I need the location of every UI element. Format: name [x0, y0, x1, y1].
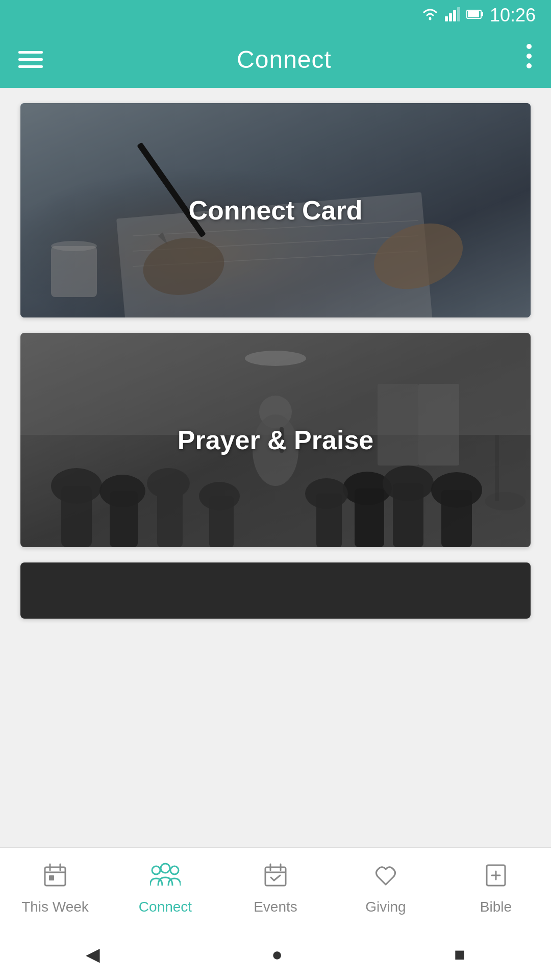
- status-bar: 10:26: [0, 0, 551, 31]
- overflow-menu-icon[interactable]: [525, 43, 533, 76]
- nav-item-connect[interactable]: Connect: [110, 862, 220, 915]
- svg-point-58: [161, 864, 170, 873]
- nav-item-giving[interactable]: Giving: [331, 862, 441, 915]
- svg-point-8: [527, 44, 532, 49]
- prayer-praise-card[interactable]: Prayer & Praise: [20, 333, 531, 547]
- bottom-navigation: This Week Connect: [0, 847, 551, 929]
- this-week-icon: [42, 862, 68, 895]
- status-icons: 10:26: [421, 5, 536, 26]
- connect-nav-label: Connect: [139, 899, 192, 915]
- status-time: 10:26: [490, 5, 536, 26]
- svg-point-0: [429, 17, 431, 20]
- dark-card[interactable]: [20, 562, 531, 619]
- android-nav-bar: ◀ ● ■: [0, 929, 551, 980]
- svg-point-57: [170, 866, 179, 874]
- svg-point-56: [152, 866, 160, 874]
- svg-rect-55: [49, 875, 54, 880]
- app-bar: Connect: [0, 31, 551, 88]
- svg-rect-6: [468, 11, 479, 17]
- wifi-icon: [421, 7, 439, 24]
- svg-rect-2: [449, 13, 452, 21]
- events-icon: [262, 862, 289, 895]
- bible-icon: [483, 862, 509, 895]
- svg-rect-7: [482, 12, 483, 16]
- giving-label: Giving: [365, 899, 406, 915]
- back-button[interactable]: ◀: [86, 944, 100, 965]
- giving-icon: [372, 862, 399, 895]
- recents-button[interactable]: ■: [454, 944, 465, 965]
- svg-point-10: [527, 63, 532, 68]
- this-week-label: This Week: [21, 899, 89, 915]
- connect-nav-icon: [150, 862, 181, 895]
- hamburger-menu-icon[interactable]: [18, 51, 43, 68]
- nav-item-events[interactable]: Events: [220, 862, 331, 915]
- connect-card-label: Connect Card: [179, 195, 373, 226]
- page-title: Connect: [237, 45, 332, 74]
- nav-item-bible[interactable]: Bible: [441, 862, 551, 915]
- bible-label: Bible: [480, 899, 512, 915]
- nav-item-this-week[interactable]: This Week: [0, 862, 110, 915]
- svg-rect-3: [453, 10, 456, 21]
- events-label: Events: [254, 899, 297, 915]
- connect-card-image: Connect Card: [20, 103, 531, 317]
- prayer-praise-label: Prayer & Praise: [167, 425, 384, 455]
- dark-card-image: [20, 562, 531, 619]
- svg-point-9: [527, 54, 532, 59]
- home-button[interactable]: ●: [271, 944, 283, 965]
- svg-rect-4: [457, 7, 460, 21]
- signal-icon: [445, 7, 460, 23]
- svg-rect-1: [445, 16, 448, 21]
- connect-card[interactable]: Connect Card: [20, 103, 531, 317]
- battery-icon: [466, 9, 484, 22]
- main-content: Connect Card: [0, 88, 551, 847]
- svg-rect-51: [45, 867, 65, 886]
- prayer-praise-image: Prayer & Praise: [20, 333, 531, 547]
- svg-rect-59: [265, 867, 286, 886]
